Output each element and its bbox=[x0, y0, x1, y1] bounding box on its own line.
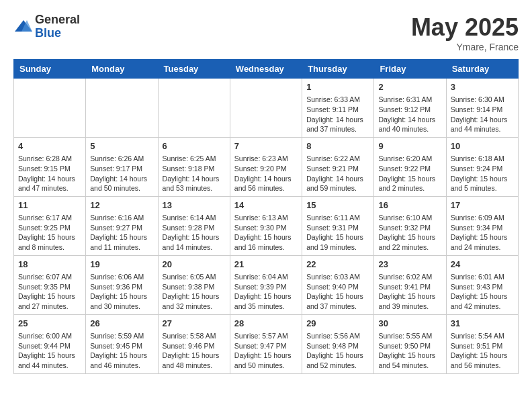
cell-line: Daylight: 15 hours bbox=[234, 232, 298, 242]
day-number: 18 bbox=[18, 259, 81, 271]
calendar-week-row: 25Sunrise: 6:00 AMSunset: 9:44 PMDayligh… bbox=[14, 314, 519, 373]
cell-line: and 37 minutes. bbox=[306, 302, 369, 312]
day-number: 12 bbox=[90, 199, 153, 212]
cell-line: Sunset: 9:46 PM bbox=[163, 341, 226, 351]
day-number: 11 bbox=[18, 199, 81, 212]
calendar-cell: 23Sunrise: 6:02 AMSunset: 9:41 PMDayligh… bbox=[374, 255, 446, 314]
cell-line: Sunrise: 6:33 AM bbox=[306, 95, 369, 105]
cell-line: Sunset: 9:15 PM bbox=[18, 164, 81, 174]
calendar-cell: 31Sunrise: 5:54 AMSunset: 9:51 PMDayligh… bbox=[446, 314, 518, 373]
cell-line: Daylight: 15 hours bbox=[378, 351, 441, 361]
cell-line: Sunset: 9:17 PM bbox=[90, 164, 153, 174]
day-number: 19 bbox=[90, 259, 153, 271]
cell-line: Sunset: 9:20 PM bbox=[234, 164, 298, 174]
calendar-cell: 9Sunrise: 6:20 AMSunset: 9:22 PMDaylight… bbox=[374, 137, 446, 196]
cell-line: Daylight: 15 hours bbox=[234, 291, 298, 302]
cell-content: 26Sunrise: 5:59 AMSunset: 9:45 PMDayligh… bbox=[90, 318, 153, 371]
cell-line: and 16 minutes. bbox=[234, 242, 298, 253]
calendar-cell: 14Sunrise: 6:13 AMSunset: 9:30 PMDayligh… bbox=[230, 196, 302, 255]
cell-line: Sunrise: 6:06 AM bbox=[90, 272, 153, 282]
weekday-header-tuesday: Tuesday bbox=[158, 60, 230, 79]
cell-line: and 37 minutes. bbox=[306, 124, 369, 134]
cell-content: 9Sunrise: 6:20 AMSunset: 9:22 PMDaylight… bbox=[378, 140, 441, 193]
cell-line: Daylight: 14 hours bbox=[163, 174, 226, 184]
cell-line: Sunset: 9:40 PM bbox=[306, 282, 369, 292]
day-number: 8 bbox=[306, 140, 369, 152]
cell-line: and 50 minutes. bbox=[90, 183, 153, 193]
cell-line: Sunset: 9:32 PM bbox=[378, 223, 441, 233]
day-number: 14 bbox=[234, 199, 298, 212]
day-number: 27 bbox=[163, 318, 226, 330]
title-area: May 2025 Ymare, France bbox=[411, 13, 519, 52]
day-number: 28 bbox=[234, 318, 298, 330]
cell-line: Sunset: 9:34 PM bbox=[451, 223, 514, 233]
day-number: 20 bbox=[163, 259, 226, 271]
logo-blue: Blue bbox=[35, 27, 80, 40]
cell-content: 1Sunrise: 6:33 AMSunset: 9:11 PMDaylight… bbox=[306, 81, 369, 134]
cell-content: 2Sunrise: 6:31 AMSunset: 9:12 PMDaylight… bbox=[378, 81, 441, 134]
cell-content: 30Sunrise: 5:55 AMSunset: 9:50 PMDayligh… bbox=[378, 318, 441, 371]
cell-line: Daylight: 15 hours bbox=[18, 232, 81, 242]
day-number: 1 bbox=[306, 81, 369, 93]
cell-line: Daylight: 15 hours bbox=[451, 174, 514, 184]
day-number: 25 bbox=[18, 318, 81, 330]
cell-line: and 2 minutes. bbox=[378, 183, 441, 193]
weekday-header-saturday: Saturday bbox=[446, 60, 518, 79]
cell-line: Sunrise: 6:30 AM bbox=[451, 95, 514, 105]
logo-icon bbox=[13, 17, 34, 37]
cell-line: and 48 minutes. bbox=[163, 361, 226, 371]
weekday-header-row: SundayMondayTuesdayWednesdayThursdayFrid… bbox=[14, 60, 519, 79]
cell-line: Sunset: 9:22 PM bbox=[378, 164, 441, 174]
cell-content: 24Sunrise: 6:01 AMSunset: 9:43 PMDayligh… bbox=[451, 259, 514, 312]
cell-line: Sunrise: 6:25 AM bbox=[163, 154, 226, 164]
calendar-cell: 12Sunrise: 6:16 AMSunset: 9:27 PMDayligh… bbox=[86, 196, 158, 255]
cell-line: and 56 minutes. bbox=[234, 183, 298, 193]
month-title: May 2025 bbox=[411, 13, 519, 42]
calendar-cell: 29Sunrise: 5:56 AMSunset: 9:48 PMDayligh… bbox=[302, 314, 374, 373]
calendar-cell: 11Sunrise: 6:17 AMSunset: 9:25 PMDayligh… bbox=[14, 196, 86, 255]
calendar-cell: 27Sunrise: 5:58 AMSunset: 9:46 PMDayligh… bbox=[158, 314, 230, 373]
cell-line: Daylight: 15 hours bbox=[378, 232, 441, 242]
cell-line: and 24 minutes. bbox=[451, 242, 514, 253]
cell-line: Sunrise: 6:14 AM bbox=[163, 213, 226, 223]
weekday-header-friday: Friday bbox=[374, 60, 446, 79]
day-number: 6 bbox=[163, 140, 226, 152]
cell-line: Sunrise: 6:26 AM bbox=[90, 154, 153, 164]
cell-line: Sunrise: 5:56 AM bbox=[306, 331, 369, 341]
calendar-cell: 16Sunrise: 6:10 AMSunset: 9:32 PMDayligh… bbox=[374, 196, 446, 255]
cell-line: Sunrise: 6:09 AM bbox=[451, 213, 514, 223]
cell-line: Sunset: 9:18 PM bbox=[163, 164, 226, 174]
cell-content: 8Sunrise: 6:22 AMSunset: 9:21 PMDaylight… bbox=[306, 140, 369, 193]
cell-line: Daylight: 15 hours bbox=[306, 232, 369, 242]
logo-text: General Blue bbox=[35, 13, 80, 40]
calendar-cell: 5Sunrise: 6:26 AMSunset: 9:17 PMDaylight… bbox=[86, 137, 158, 196]
cell-line: Daylight: 15 hours bbox=[234, 351, 298, 361]
cell-line: Sunset: 9:43 PM bbox=[451, 282, 514, 292]
day-number: 26 bbox=[90, 318, 153, 330]
day-number: 24 bbox=[451, 259, 514, 271]
cell-content: 13Sunrise: 6:14 AMSunset: 9:28 PMDayligh… bbox=[163, 199, 226, 253]
cell-line: and 46 minutes. bbox=[90, 361, 153, 371]
day-number: 16 bbox=[378, 199, 441, 212]
calendar-cell: 6Sunrise: 6:25 AMSunset: 9:18 PMDaylight… bbox=[158, 137, 230, 196]
cell-content: 23Sunrise: 6:02 AMSunset: 9:41 PMDayligh… bbox=[378, 259, 441, 312]
day-number: 21 bbox=[234, 259, 298, 271]
cell-line: and 53 minutes. bbox=[163, 183, 226, 193]
cell-line: Sunset: 9:21 PM bbox=[306, 164, 369, 174]
cell-line: Sunset: 9:14 PM bbox=[451, 105, 514, 115]
cell-line: Daylight: 15 hours bbox=[451, 351, 514, 361]
cell-line: and 47 minutes. bbox=[18, 183, 81, 193]
weekday-header-monday: Monday bbox=[86, 60, 158, 79]
cell-content: 20Sunrise: 6:05 AMSunset: 9:38 PMDayligh… bbox=[163, 259, 226, 312]
calendar-cell: 7Sunrise: 6:23 AMSunset: 9:20 PMDaylight… bbox=[230, 137, 302, 196]
cell-line: and 39 minutes. bbox=[378, 302, 441, 312]
cell-line: Sunrise: 6:28 AM bbox=[18, 154, 81, 164]
cell-content: 29Sunrise: 5:56 AMSunset: 9:48 PMDayligh… bbox=[306, 318, 369, 371]
cell-line: Sunset: 9:30 PM bbox=[234, 223, 298, 233]
calendar-cell: 30Sunrise: 5:55 AMSunset: 9:50 PMDayligh… bbox=[374, 314, 446, 373]
cell-content: 6Sunrise: 6:25 AMSunset: 9:18 PMDaylight… bbox=[163, 140, 226, 193]
cell-line: and 52 minutes. bbox=[306, 361, 369, 371]
cell-line: Daylight: 14 hours bbox=[306, 174, 369, 184]
day-number: 17 bbox=[451, 199, 514, 212]
calendar-cell: 19Sunrise: 6:06 AMSunset: 9:36 PMDayligh… bbox=[86, 255, 158, 314]
